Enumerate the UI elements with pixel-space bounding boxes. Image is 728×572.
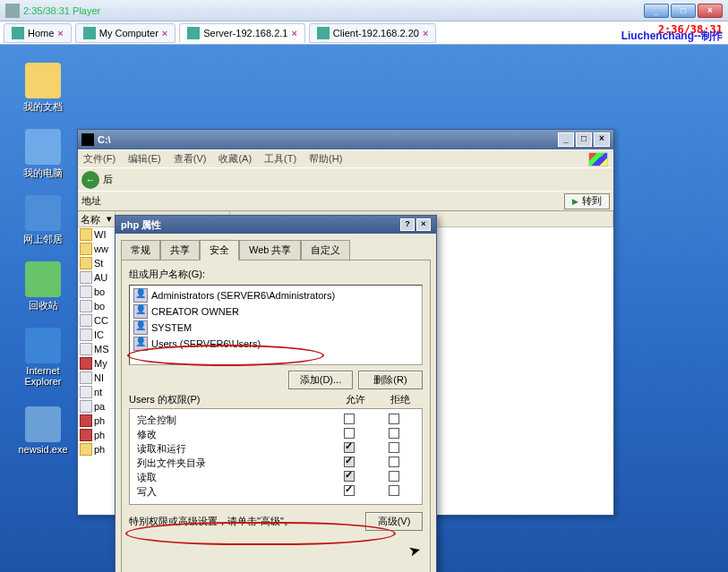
file-row[interactable]: My <box>78 356 115 371</box>
deny-checkbox[interactable] <box>389 485 399 496</box>
file-icon <box>80 343 92 355</box>
tab-close-icon[interactable]: × <box>57 28 63 38</box>
server-icon <box>187 27 200 39</box>
rar-icon <box>80 357 92 370</box>
menu-item[interactable]: 工具(T) <box>264 152 296 166</box>
menu-item[interactable]: 编辑(E) <box>128 152 161 166</box>
user-entry[interactable]: SYSTEM <box>132 320 420 336</box>
exp-maximize-button[interactable]: □ <box>576 132 592 147</box>
player-titlebar: 2:35/38:31 Player _ □ × <box>0 0 728 21</box>
allow-checkbox[interactable] <box>344 414 355 424</box>
property-tab-共享[interactable]: 共享 <box>160 240 200 260</box>
tab-my-computer[interactable]: My Computer× <box>75 23 176 43</box>
name-header[interactable]: 名称 <box>78 211 115 227</box>
icon-image <box>25 63 61 98</box>
property-tab-自定义[interactable]: 自定义 <box>301 240 350 260</box>
maximize-button[interactable]: □ <box>671 4 696 18</box>
allow-checkbox[interactable] <box>344 428 355 439</box>
explorer-titlebar[interactable]: C:\ _ □ × <box>78 130 613 149</box>
tab-close-icon[interactable]: × <box>162 28 167 38</box>
deny-checkbox[interactable] <box>389 457 399 467</box>
deny-checkbox[interactable] <box>389 428 399 439</box>
back-button[interactable]: ← <box>81 171 99 189</box>
folder-icon <box>80 443 92 456</box>
file-row[interactable]: ww <box>78 242 115 256</box>
props-close-button[interactable]: × <box>416 218 431 231</box>
file-row[interactable]: pa <box>78 399 115 414</box>
permission-row: 列出文件夹目录 <box>137 456 416 470</box>
rar-icon <box>80 414 92 427</box>
deny-checkbox[interactable] <box>389 414 399 424</box>
file-row[interactable]: bo <box>78 285 115 299</box>
deny-checkbox[interactable] <box>389 442 399 453</box>
tab-client-192-168-2-20[interactable]: Client-192.168.2.20× <box>309 23 436 43</box>
file-row[interactable]: IC <box>78 328 115 342</box>
remove-button[interactable]: 删除(R) <box>358 371 423 389</box>
user-entry[interactable]: CREATOR OWNER <box>132 303 420 320</box>
help-button[interactable]: ? <box>400 218 415 231</box>
icon-label: 我的电脑 <box>16 166 70 180</box>
windows-flag-icon <box>588 152 608 166</box>
file-row[interactable]: ph <box>78 428 115 442</box>
desktop-icon-我的文档[interactable]: 我的文档 <box>16 63 70 114</box>
file-row[interactable]: WI <box>78 227 115 242</box>
file-name: ph <box>94 444 105 455</box>
tab-server-192-168-2-1[interactable]: Server-192.168.2.1× <box>179 23 305 43</box>
icon-label: Internet Explorer <box>16 365 70 387</box>
tab-strip: 常规共享安全Web 共享自定义 <box>116 234 436 260</box>
file-row[interactable]: bo <box>78 299 115 313</box>
menu-item[interactable]: 收藏(A) <box>218 152 252 166</box>
tab-home[interactable]: Home× <box>4 23 72 43</box>
file-icon <box>80 400 92 413</box>
allow-checkbox[interactable] <box>344 457 355 467</box>
advanced-button[interactable]: 高级(V) <box>365 512 423 531</box>
close-button[interactable]: × <box>698 4 723 18</box>
file-row[interactable]: CC <box>78 313 115 328</box>
property-tab-常规[interactable]: 常规 <box>121 240 160 260</box>
desktop-icon-我的电脑[interactable]: 我的电脑 <box>16 129 70 180</box>
file-row[interactable]: AU <box>78 270 115 285</box>
file-name: bo <box>94 286 105 297</box>
menu-item[interactable]: 查看(V) <box>174 152 207 166</box>
menu-item[interactable]: 帮助(H) <box>309 152 342 166</box>
icon-label: 回收站 <box>16 299 70 312</box>
menu-item[interactable]: 文件(F) <box>83 152 116 166</box>
property-tab-安全[interactable]: 安全 <box>200 240 239 260</box>
file-row[interactable]: NI <box>78 371 115 385</box>
user-entry[interactable]: Users (SERVER6\Users) <box>132 336 420 352</box>
property-tab-Web 共享[interactable]: Web 共享 <box>239 240 301 260</box>
tab-close-icon[interactable]: × <box>423 28 428 38</box>
computer-icon <box>83 27 96 39</box>
desktop-icon-newsid.exe[interactable]: newsid.exe <box>16 406 70 455</box>
minimize-button[interactable]: _ <box>644 4 669 18</box>
permission-row: 修改 <box>137 427 416 441</box>
add-button[interactable]: 添加(D)... <box>288 371 353 389</box>
desktop-icon-Internet Explorer[interactable]: Internet Explorer <box>16 328 70 387</box>
go-button[interactable]: 转到 <box>564 193 610 209</box>
file-name: ph <box>94 415 105 426</box>
allow-checkbox[interactable] <box>344 471 355 482</box>
file-row[interactable]: ph <box>78 414 115 428</box>
file-icon <box>80 314 92 327</box>
deny-checkbox[interactable] <box>389 471 399 482</box>
user-entry[interactable]: Administrators (SERVER6\Administrators) <box>132 287 420 303</box>
allow-checkbox[interactable] <box>344 485 355 496</box>
exp-close-button[interactable]: × <box>594 132 610 147</box>
perm-name: 读取和运行 <box>137 442 327 456</box>
file-name: St <box>94 258 103 269</box>
desktop-icon-网上邻居[interactable]: 网上邻居 <box>16 195 70 246</box>
file-row[interactable]: nt <box>78 385 115 399</box>
file-row[interactable]: St <box>78 256 115 270</box>
properties-titlebar[interactable]: php 属性 ? × <box>116 216 436 234</box>
users-listbox[interactable]: Administrators (SERVER6\Administrators)C… <box>129 285 423 365</box>
file-icon <box>80 286 92 298</box>
user-icon <box>133 337 148 351</box>
client-icon <box>317 27 330 39</box>
tab-close-icon[interactable]: × <box>291 28 296 38</box>
file-row[interactable]: MS <box>78 342 115 356</box>
desktop-icon-回收站[interactable]: 回收站 <box>16 261 70 312</box>
allow-checkbox[interactable] <box>344 442 355 453</box>
file-row[interactable]: ph <box>78 442 115 457</box>
user-name: SYSTEM <box>151 322 192 333</box>
exp-minimize-button[interactable]: _ <box>558 132 574 147</box>
